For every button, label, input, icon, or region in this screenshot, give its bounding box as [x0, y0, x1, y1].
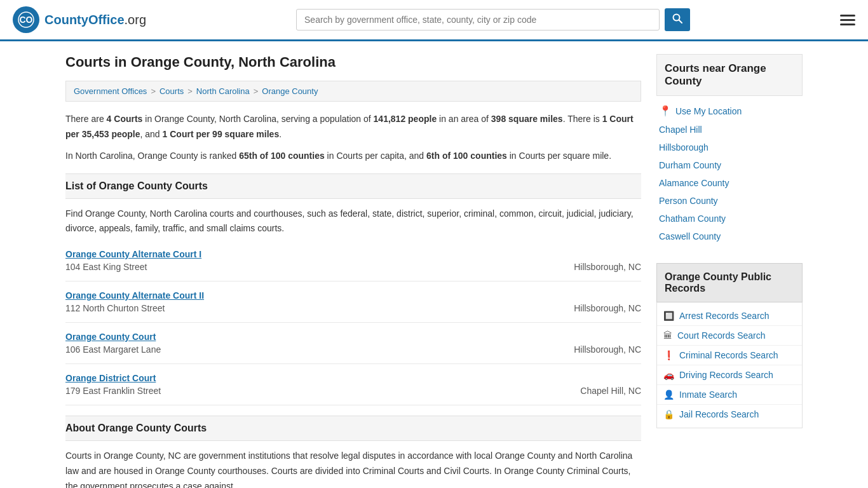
sidebar-link-6[interactable]: Caswell County: [659, 231, 721, 241]
court-city-3: Chapel Hill, NC: [580, 386, 641, 396]
sidebar-item-chapel-hill[interactable]: Chapel Hill: [656, 121, 803, 139]
location-icon: 📍: [659, 105, 672, 117]
breadcrumb-sep1: >: [151, 86, 156, 96]
record-item-4[interactable]: 👤Inmate Search: [657, 385, 802, 405]
breadcrumb-gov-offices[interactable]: Government Offices: [74, 86, 147, 96]
info-mid4: , and: [140, 129, 163, 139]
sidebar-nearby-links: 📍 Use My Location Chapel HillHillsboroug…: [656, 96, 803, 250]
sidebar-item-durham-county[interactable]: Durham County: [656, 156, 803, 174]
info-end2: in Courts per square mile.: [507, 151, 611, 161]
court-address-1: 112 North Churton Street: [65, 303, 165, 313]
record-icon-5: 🔒: [663, 409, 674, 419]
sidebar-nearby-title: Courts near Orange County: [656, 54, 803, 96]
logo-icon: CO: [13, 6, 39, 33]
sidebar: Courts near Orange County 📍 Use My Locat…: [656, 54, 803, 488]
search-input[interactable]: [296, 9, 660, 30]
search-button[interactable]: [665, 8, 690, 31]
about-section-header: About Orange County Courts: [65, 416, 641, 441]
list-section-header: List of Orange County Courts: [65, 173, 641, 199]
record-item-0[interactable]: 🔲Arrest Records Search: [657, 306, 802, 326]
sidebar-item-chatham-county[interactable]: Chatham County: [656, 210, 803, 227]
court-item: Orange County Court 106 East Margaret La…: [65, 323, 641, 364]
info-mid2: in an area of: [437, 114, 491, 124]
sidebar-link-3[interactable]: Alamance County: [659, 178, 729, 188]
menu-icon-bar3: [840, 24, 855, 25]
court-name-1[interactable]: Orange County Alternate Court II: [65, 290, 641, 301]
sidebar-link-4[interactable]: Person County: [659, 196, 718, 206]
breadcrumb: Government Offices > Courts > North Caro…: [65, 81, 641, 102]
list-description: Find Orange County, North Carolina court…: [65, 207, 641, 235]
record-icon-0: 🔲: [663, 311, 674, 321]
court-city-2: Hillsborough, NC: [574, 344, 641, 355]
sidebar-link-2[interactable]: Durham County: [659, 160, 721, 170]
sidebar-link-1[interactable]: Hillsborough: [659, 142, 709, 152]
breadcrumb-sep3: >: [254, 86, 259, 96]
court-address-2: 106 East Margaret Lane: [65, 344, 161, 355]
use-my-location-link[interactable]: Use My Location: [675, 106, 742, 116]
sidebar-use-my-location[interactable]: 📍 Use My Location: [656, 101, 803, 121]
record-icon-2: ❗: [663, 350, 674, 360]
court-address-0: 104 East King Street: [65, 262, 147, 272]
record-item-1[interactable]: 🏛Court Records Search: [657, 326, 802, 346]
court-name-3[interactable]: Orange District Court: [65, 373, 641, 383]
search-area: [296, 8, 690, 31]
court-city-0: Hillsborough, NC: [574, 262, 641, 272]
breadcrumb-orange-county[interactable]: Orange County: [262, 86, 318, 96]
info-pre2: In North Carolina, Orange County is rank…: [65, 151, 239, 161]
sidebar-item-person-county[interactable]: Person County: [656, 192, 803, 210]
court-item: Orange County Alternate Court I 104 East…: [65, 240, 641, 281]
court-item: Orange District Court 179 East Franklin …: [65, 364, 641, 405]
record-link-1[interactable]: Court Records Search: [677, 330, 766, 341]
record-item-2[interactable]: ❗Criminal Records Search: [657, 346, 802, 365]
info-end1: .: [279, 129, 281, 139]
info-mid-rank: in Courts per capita, and: [325, 151, 426, 161]
breadcrumb-sep2: >: [187, 86, 193, 96]
court-name-2[interactable]: Orange County Court: [65, 332, 641, 342]
menu-icon-bar1: [840, 15, 855, 17]
info-rank-capita: 65th of 100 counties: [239, 151, 325, 161]
search-icon: [672, 13, 682, 24]
record-item-3[interactable]: 🚗Driving Records Search: [657, 365, 802, 385]
breadcrumb-courts[interactable]: Courts: [159, 86, 184, 96]
sidebar-link-0[interactable]: Chapel Hill: [659, 125, 702, 135]
logo-text: CountyOffice.org: [44, 13, 146, 27]
record-link-4[interactable]: Inmate Search: [679, 390, 737, 400]
court-item: Orange County Alternate Court II 112 Nor…: [65, 281, 641, 323]
info-text: There are 4 Courts in Orange County, Nor…: [65, 112, 641, 163]
info-mid1: in Orange County, North Carolina, servin…: [142, 114, 373, 124]
menu-icon-bar2: [840, 19, 855, 21]
info-per-sq: 1 Court per 99 square miles: [163, 129, 280, 139]
info-mid3: . There is: [563, 114, 602, 124]
sidebar-item-caswell-county[interactable]: Caswell County: [656, 227, 803, 245]
menu-button[interactable]: [840, 15, 855, 25]
public-records-section: Orange County Public Records 🔲Arrest Rec…: [656, 263, 803, 428]
sidebar-item-hillsborough[interactable]: Hillsborough: [656, 139, 803, 156]
sidebar-item-alamance-county[interactable]: Alamance County: [656, 174, 803, 192]
record-icon-3: 🚗: [663, 370, 674, 380]
court-name-0[interactable]: Orange County Alternate Court I: [65, 249, 641, 259]
records-links-list: 🔲Arrest Records Search🏛Court Records Sea…: [656, 302, 803, 428]
record-icon-1: 🏛: [663, 330, 672, 341]
record-link-5[interactable]: Jail Records Search: [679, 409, 759, 419]
record-link-2[interactable]: Criminal Records Search: [679, 350, 778, 360]
info-pre1: There are: [65, 114, 107, 124]
record-item-5[interactable]: 🔒Jail Records Search: [657, 405, 802, 424]
record-icon-4: 👤: [663, 390, 674, 400]
page-title: Courts in Orange County, North Carolina: [65, 54, 641, 71]
svg-line-3: [679, 20, 682, 24]
logo-area: CO CountyOffice.org: [13, 6, 146, 33]
info-population: 141,812 people: [374, 114, 437, 124]
sidebar-link-5[interactable]: Chatham County: [659, 214, 726, 224]
court-city-1: Hillsborough, NC: [574, 303, 641, 313]
record-link-3[interactable]: Driving Records Search: [679, 370, 773, 380]
about-text: Courts in Orange County, NC are governme…: [65, 449, 641, 488]
info-rank-sq: 6th of 100 counties: [426, 151, 507, 161]
svg-text:CO: CO: [20, 15, 33, 25]
breadcrumb-nc[interactable]: North Carolina: [196, 86, 250, 96]
record-link-0[interactable]: Arrest Records Search: [679, 311, 770, 321]
public-records-title: Orange County Public Records: [656, 263, 803, 302]
info-num-courts: 4 Courts: [107, 114, 143, 124]
court-address-3: 179 East Franklin Street: [65, 386, 161, 396]
courts-list: Orange County Alternate Court I 104 East…: [65, 240, 641, 405]
info-area: 398 square miles: [491, 114, 563, 124]
